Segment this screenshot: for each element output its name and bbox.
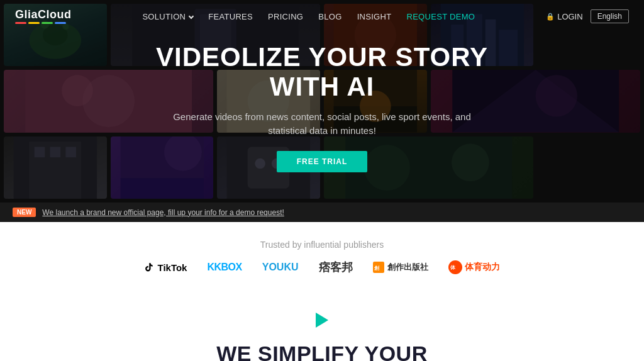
- nav-right: 🔒 LOGIN English: [546, 9, 629, 23]
- tiji-icon: 体: [448, 260, 462, 274]
- simplify-title: WE SIMPLIFY YOUR VIDEO CREATION WORKFLOW: [13, 342, 631, 361]
- nav-features[interactable]: FEATURES: [208, 12, 253, 21]
- logo[interactable]: GliaCloud: [15, 9, 72, 24]
- tiji-logo: 体 体育动力: [448, 260, 500, 274]
- brand-logos-row: TikTok KKBOX YOUKU 痞客邦 創 創作出版社 体: [13, 260, 631, 275]
- svg-text:創: 創: [374, 265, 379, 271]
- language-button[interactable]: English: [591, 9, 629, 23]
- tiktok-icon: [144, 262, 154, 272]
- nav-solution[interactable]: SOLUTION: [142, 12, 193, 21]
- announcement-link[interactable]: We launch a brand new official page, fil…: [42, 208, 284, 217]
- trusted-label: Trusted by influential publishers: [13, 240, 631, 250]
- youku-logo: YOUKU: [262, 262, 299, 273]
- chuangzuo-icon: 創: [373, 262, 384, 273]
- login-button[interactable]: 🔒 LOGIN: [546, 12, 582, 21]
- nav-blog[interactable]: BLOG: [318, 12, 341, 21]
- kkbox-logo: KKBOX: [207, 262, 242, 273]
- announcement-badge: NEW: [13, 208, 36, 217]
- chuangzuo-logo: 創 創作出版社: [373, 262, 428, 273]
- trusted-section: Trusted by influential publishers TikTok…: [0, 222, 644, 287]
- play-icon: [316, 313, 328, 328]
- zhike-logo: 痞客邦: [319, 260, 353, 275]
- simplify-section: WE SIMPLIFY YOUR VIDEO CREATION WORKFLOW: [0, 287, 644, 361]
- svg-text:体: 体: [449, 265, 455, 270]
- lock-icon: 🔒: [546, 13, 555, 21]
- chevron-down-icon: [189, 13, 194, 18]
- nav-links: SOLUTION FEATURES PRICING BLOG INSIGHT R…: [142, 11, 475, 22]
- hero-subtitle: Generate videos from news content, socia…: [165, 110, 479, 138]
- hero-content: VIDEOLIZE YOUR STORY WITH AI Generate vi…: [0, 13, 644, 203]
- logo-text: GliaCloud: [15, 9, 72, 20]
- free-trial-button[interactable]: FREE TRIAL: [277, 151, 368, 172]
- tiktok-logo: TikTok: [144, 262, 187, 273]
- navbar: GliaCloud SOLUTION FEATURES PRICING BLOG…: [0, 0, 644, 33]
- nav-insight[interactable]: INSIGHT: [357, 12, 392, 21]
- nav-pricing[interactable]: PRICING: [268, 12, 303, 21]
- hero-title: VIDEOLIZE YOUR STORY WITH AI: [133, 43, 511, 101]
- nav-request-demo[interactable]: REQUEST DEMO: [406, 12, 475, 21]
- logo-bar: [15, 22, 72, 24]
- announcement-bar: NEW We launch a brand new official page,…: [0, 203, 644, 222]
